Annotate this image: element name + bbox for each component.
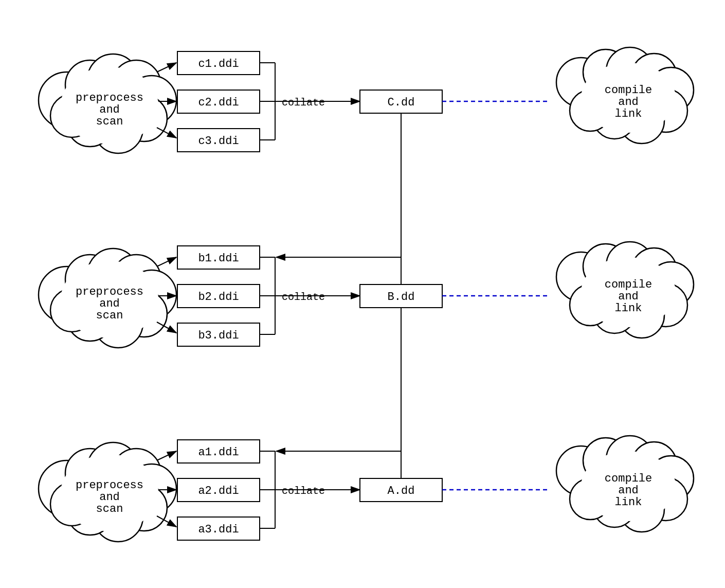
cloud-bottom-label-3: scan [96,503,123,515]
cloud-bottom: preprocess and scan [39,442,176,542]
cloud-compile-bot-label-3: link [615,496,642,509]
cloud-compile-middle: compile and link [556,242,694,338]
label-add: A.dd [388,485,415,497]
cloud-compile-mid-label-3: link [615,302,642,315]
cloud-compile-bot-label-1: compile [605,472,652,485]
label-cdd: C.dd [388,96,415,109]
cloud-compile-bot-label-2: and [618,484,639,497]
label-a1ddi: a1.ddi [198,446,239,459]
cloud-compile-top-label-2: and [618,96,639,109]
arrow-cloud-mid-b1 [157,257,176,266]
label-c2ddi: c2.ddi [198,96,239,109]
cloud-bottom-label-1: preprocess [76,479,143,492]
cloud-compile-top: compile and link [556,47,694,144]
cloud-middle: preprocess and scan [39,248,176,348]
arrow-cloud-top-c1 [157,63,176,72]
arrow-cloud-bot-a1 [157,451,176,460]
label-a3ddi: a3.ddi [198,523,239,536]
diagram: preprocess and scan c1.ddi c2.ddi c3.ddi… [0,0,725,588]
collate-mid-label: collate [282,291,325,303]
label-b2ddi: b2.ddi [198,291,239,304]
cloud-middle-label-3: scan [96,309,123,322]
cloud-compile-mid-label-1: compile [605,278,652,291]
cloud-top: preprocess and scan [39,54,176,153]
label-b1ddi: b1.ddi [198,252,239,265]
cloud-compile-top-label-3: link [615,108,642,120]
cloud-compile-mid-label-2: and [618,290,639,303]
label-c3ddi: c3.ddi [198,135,239,148]
label-c1ddi: c1.ddi [198,58,239,70]
cloud-bottom-label-2: and [99,491,120,504]
collate-bot-label: collate [282,485,325,497]
label-bdd: B.dd [388,291,415,304]
cloud-top-label-1: preprocess [76,92,143,104]
cloud-compile-top-label-1: compile [605,84,652,97]
cloud-top-label-3: scan [96,115,123,128]
label-b3ddi: b3.ddi [198,329,239,342]
label-a2ddi: a2.ddi [198,485,239,497]
cloud-middle-label-1: preprocess [76,286,143,298]
cloud-top-label-2: and [99,103,120,116]
cloud-middle-label-2: and [99,297,120,310]
cloud-compile-bottom: compile and link [556,436,694,532]
collate-top-label: collate [282,97,325,109]
